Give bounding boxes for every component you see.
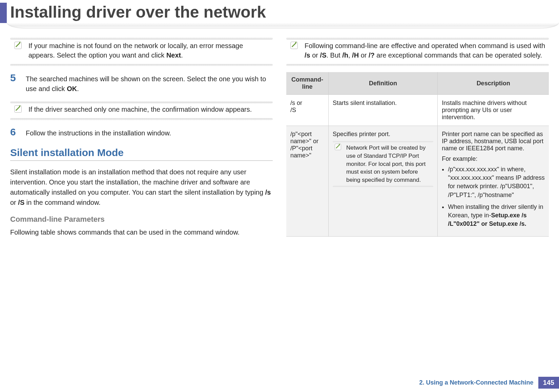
cmdline-table: Command- line Definition Description /s …: [286, 72, 549, 237]
header-accent-bar: [0, 3, 7, 23]
step-number: 5: [10, 72, 19, 94]
table-row: /p"<port name>" or /P"<port name>" Speci…: [286, 126, 549, 237]
right-column: Following command-line are effective and…: [286, 39, 549, 245]
page-header: Installing driver over the network: [0, 0, 559, 29]
step-text: Follow the instructions in the installat…: [26, 126, 171, 138]
note-icon: [14, 104, 24, 114]
th-description: Description: [438, 72, 549, 95]
paragraph-cmd-table-intro: Following table shows commands that can …: [10, 227, 273, 237]
step-5: 5 The searched machines will be shown on…: [10, 72, 273, 94]
content-columns: If your machine is not found on the netw…: [0, 29, 559, 245]
subheading-silent-mode: Silent installation Mode: [10, 147, 273, 161]
note-text: Following command-line are effective and…: [305, 41, 545, 60]
page-footer: 2. Using a Network-Connected Machine 145: [419, 377, 559, 389]
cell-p-def: Specifies printer port. Network Port wil…: [328, 126, 437, 237]
footer-page-number: 145: [538, 377, 559, 389]
note-machine-not-found: If your machine is not found on the netw…: [10, 39, 273, 65]
subsubheading-cmd-params: Command-line Parameters: [10, 215, 273, 224]
step-text: The searched machines will be shown on t…: [26, 72, 273, 94]
paragraph-silent-mode: Silent installation mode is an installat…: [10, 167, 273, 208]
step-number: 6: [10, 126, 19, 138]
note-text: If the driver searched only one machine,…: [28, 105, 269, 114]
note-icon: [14, 40, 24, 50]
example-list: /p"xxx.xxx.xxx.xxx" in where, "xxx.xxx.x…: [442, 165, 545, 228]
th-definition: Definition: [328, 72, 437, 95]
note-network-port: Network Port will be created by use of S…: [333, 142, 433, 186]
table-row: /s or /S Starts silent installation. Ins…: [286, 95, 549, 126]
step-6: 6 Follow the instructions in the install…: [10, 126, 273, 138]
note-icon: [334, 143, 343, 151]
header-divider: [7, 23, 559, 29]
list-item: /p"xxx.xxx.xxx.xxx" in where, "xxx.xxx.x…: [448, 165, 545, 199]
th-command-line: Command- line: [286, 72, 328, 95]
note-icon: [290, 40, 300, 50]
cell-p-desc: Printer port name can be specified as IP…: [438, 126, 549, 237]
page-title: Installing driver over the network: [0, 0, 559, 23]
note-text: Network Port will be created by use of S…: [346, 144, 431, 184]
left-column: If your machine is not found on the netw…: [10, 39, 273, 245]
note-one-machine: If the driver searched only one machine,…: [10, 103, 273, 119]
list-item: When installing the driver silently in K…: [448, 203, 545, 228]
note-cmdline-effective: Following command-line are effective and…: [286, 39, 549, 65]
cell-s-def: Starts silent installation.: [328, 95, 437, 126]
table-header-row: Command- line Definition Description: [286, 72, 549, 95]
note-text: If your machine is not found on the netw…: [28, 41, 269, 60]
footer-chapter: 2. Using a Network-Connected Machine: [419, 379, 538, 386]
cell-p-flag: /p"<port name>" or /P"<port name>": [286, 126, 328, 237]
cell-s-flag: /s or /S: [286, 95, 328, 126]
cell-s-desc: Installs machine drivers without prompti…: [438, 95, 549, 126]
